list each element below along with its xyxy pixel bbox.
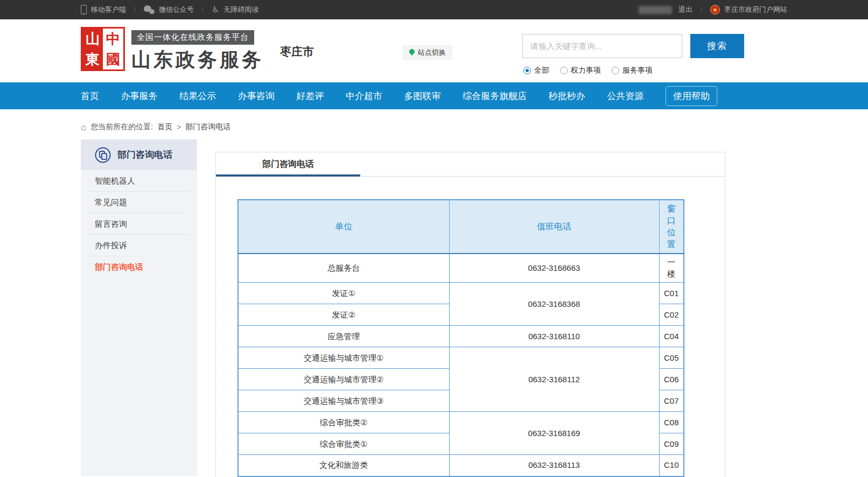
site-switch-label: 站点切换 <box>418 48 446 58</box>
window-cell: C08 <box>659 412 684 433</box>
sidebar-items: 智能机器人常见问题留言咨询办件投诉部门咨询电话 <box>81 170 197 278</box>
sidebar-item-0[interactable]: 智能机器人 <box>88 170 190 192</box>
phone-cell: 0632-3168368 <box>449 283 659 326</box>
divider <box>202 6 203 13</box>
tab-bar: 部门咨询电话 <box>216 152 725 177</box>
nav-item-6[interactable]: 多图联审 <box>404 90 441 102</box>
home-icon: ⌂ <box>81 123 86 132</box>
gov-portal-link[interactable]: ★ 枣庄市政府门户网站 <box>710 5 787 15</box>
radio-icon <box>560 67 568 74</box>
nav-item-1[interactable]: 办事服务 <box>121 90 158 102</box>
phone-cell: 0632-3168113 <box>449 455 659 476</box>
seal-char: 中 <box>103 29 123 49</box>
unit-cell: 综合审批类② <box>238 412 449 433</box>
main-panel: 部门咨询电话 单位 值班电话 窗 口 位 置 总服务台0632-3168663一… <box>215 152 725 477</box>
accessibility-label: 无障碍阅读 <box>223 5 258 15</box>
phone-cell: 0632-3168112 <box>449 347 659 412</box>
divider <box>701 6 702 13</box>
wechat-label: 微信公众号 <box>159 5 194 15</box>
site-switch-button[interactable]: 站点切换 <box>403 45 452 60</box>
breadcrumb-home-link[interactable]: 首页 <box>157 122 172 132</box>
col-header-unit: 单位 <box>238 200 449 254</box>
nav-item-9[interactable]: 公共资源 <box>607 90 643 102</box>
seal-char: 山 <box>82 29 103 49</box>
nav-item-3[interactable]: 办事咨询 <box>238 90 275 102</box>
unit-cell: 综合审批类① <box>238 433 449 455</box>
window-cell: C06 <box>659 369 684 390</box>
mobile-phone-icon <box>81 5 87 15</box>
unit-cell: 文化和旅游类 <box>238 455 449 476</box>
unit-cell: 应急管理 <box>238 326 449 347</box>
unit-cell: 发证① <box>238 283 449 304</box>
nav-item-8[interactable]: 秒批秒办 <box>549 90 585 102</box>
gov-portal-label: 枣庄市政府门户网站 <box>724 5 787 15</box>
nav-item-4[interactable]: 好差评 <box>296 90 324 102</box>
scope-radio-2[interactable]: 服务事项 <box>612 66 653 75</box>
breadcrumb: ⌂ 您当前所在的位置: 首页 > 部门咨询电话 <box>0 122 868 132</box>
nav-item-2[interactable]: 结果公示 <box>179 90 216 102</box>
seal-char: 國 <box>103 49 123 69</box>
logout-link[interactable]: 退出 <box>678 5 692 15</box>
window-cell: C05 <box>659 347 684 369</box>
seal-char: 東 <box>82 49 103 69</box>
mobile-client-link[interactable]: 移动客户端 <box>81 5 126 15</box>
window-cell: C01 <box>659 283 684 304</box>
breadcrumb-current: 部门咨询电话 <box>185 122 230 132</box>
sidebar-item-4[interactable]: 部门咨询电话 <box>88 256 190 278</box>
shandong-seal-logo: 山中東國 <box>81 27 125 71</box>
accessibility-icon: ♿ <box>212 5 219 14</box>
search-scope-radios: 全部权力事项服务事项 <box>523 66 653 75</box>
tab-department-phones[interactable]: 部门咨询电话 <box>216 152 360 177</box>
table-row: 发证①0632-3168368C01 <box>238 283 684 304</box>
site-name: 山东政务服务 <box>131 47 264 73</box>
site-header: 山中東國 全国一体化在线政务服务平台 山东政务服务 枣庄市 站点切换 搜索 全部… <box>0 19 868 82</box>
sidebar-item-3[interactable]: 办件投诉 <box>88 235 190 256</box>
unit-cell: 交通运输与城市管理③ <box>238 390 449 412</box>
topbar-left: 移动客户端 微信公众号 ♿ 无障碍阅读 <box>81 5 258 15</box>
scope-label: 全部 <box>534 66 549 75</box>
user-name-redacted <box>639 6 672 14</box>
site-logo[interactable]: 山中東國 全国一体化在线政务服务平台 山东政务服务 <box>81 27 264 73</box>
unit-cell: 发证② <box>238 304 449 326</box>
wechat-link[interactable]: 微信公众号 <box>144 5 194 15</box>
window-cell: C02 <box>659 304 684 326</box>
sidebar-item-2[interactable]: 留言咨询 <box>88 213 190 235</box>
scope-radio-0[interactable]: 全部 <box>523 66 549 75</box>
accessibility-link[interactable]: ♿ 无障碍阅读 <box>212 5 258 15</box>
main-nav: 首页办事服务结果公示办事咨询好差评中介超市多图联审综合服务旗舰店秒批秒办公共资源… <box>0 82 868 109</box>
location-pin-icon <box>409 49 415 56</box>
table-row: 应急管理0632-3168110C04 <box>238 326 684 347</box>
phone-cell: 0632-3168110 <box>449 326 659 347</box>
mobile-client-label: 移动客户端 <box>91 5 126 15</box>
breadcrumb-separator: > <box>177 123 181 131</box>
phone-cell: 0632-3168663 <box>449 254 659 283</box>
sidebar: 部门咨询电话 智能机器人常见问题留言咨询办件投诉部门咨询电话 <box>81 139 197 476</box>
search-button[interactable]: 搜索 <box>690 34 744 58</box>
table-row: 综合审批类②0632-3168169C08 <box>238 412 684 433</box>
table-row: 文化和旅游类0632-3168113C10 <box>238 455 684 476</box>
consult-pages-icon <box>95 147 111 163</box>
nav-item-5[interactable]: 中介超市 <box>346 90 382 102</box>
sidebar-item-1[interactable]: 常见问题 <box>88 192 190 213</box>
window-cell: C04 <box>659 326 684 347</box>
wechat-icon <box>144 5 155 14</box>
col-header-window: 窗 口 位 置 <box>659 200 684 254</box>
sidebar-title: 部门咨询电话 <box>117 149 172 161</box>
sidebar-header: 部门咨询电话 <box>81 139 197 170</box>
col-header-phone: 值班电话 <box>449 200 659 254</box>
window-cell: 一 楼 <box>659 254 684 283</box>
content-area: 部门咨询电话 智能机器人常见问题留言咨询办件投诉部门咨询电话 部门咨询电话 单位… <box>0 139 868 477</box>
search-input[interactable] <box>522 34 682 58</box>
window-cell: C10 <box>659 455 684 476</box>
logo-texts: 全国一体化在线政务服务平台 山东政务服务 <box>131 27 264 73</box>
nav-item-0[interactable]: 首页 <box>81 90 99 102</box>
scope-radio-1[interactable]: 权力事项 <box>560 66 601 75</box>
window-cell: C07 <box>659 390 684 412</box>
scope-label: 服务事项 <box>622 66 653 75</box>
unit-cell: 总服务台 <box>238 254 449 283</box>
scope-label: 权力事项 <box>571 66 601 75</box>
nav-item-10[interactable]: 使用帮助 <box>666 86 717 106</box>
city-name: 枣庄市 <box>280 44 314 59</box>
nav-item-7[interactable]: 综合服务旗舰店 <box>463 90 527 102</box>
breadcrumb-prefix: 您当前所在的位置: <box>90 122 153 132</box>
